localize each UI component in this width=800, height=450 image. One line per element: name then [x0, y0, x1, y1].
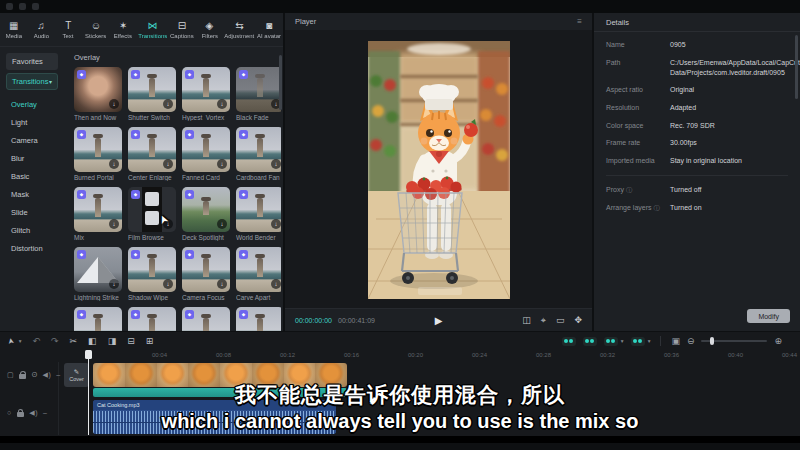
transition-card[interactable]: ◆↓Cardboard Fan	[236, 127, 281, 181]
download-icon[interactable]: ↓	[271, 219, 281, 229]
sidebar-item-mask[interactable]: Mask	[0, 185, 64, 203]
transition-card[interactable]: ◆↓Lightning Strike	[74, 247, 125, 301]
split-button[interactable]: ✂	[70, 336, 78, 346]
track-frame-icon[interactable]: ▢	[7, 371, 14, 379]
delete-button[interactable]: ⊟	[127, 336, 135, 346]
transition-card[interactable]: ◆↓Fanned Card	[182, 127, 233, 181]
mirror-preview-icon[interactable]: ◫	[522, 315, 531, 325]
redo-button[interactable]: ↷	[51, 336, 59, 346]
download-icon[interactable]: ↓	[271, 279, 281, 289]
info-icon[interactable]: ⓘ	[654, 205, 660, 211]
video-preview[interactable]	[285, 30, 592, 309]
tab-captions[interactable]: ⊟Captions	[168, 13, 195, 46]
download-icon[interactable]: ↓	[217, 279, 227, 289]
linking-toggle[interactable]	[604, 337, 618, 346]
linking-caret[interactable]: ▾	[621, 338, 624, 344]
aspect-ratio-icon[interactable]: ▭	[556, 315, 565, 325]
keyframe-toggle[interactable]	[631, 337, 645, 346]
transition-card[interactable]: ◆	[182, 307, 233, 331]
vip-badge-icon: ◆	[77, 70, 86, 79]
download-icon[interactable]: ↓	[163, 159, 173, 169]
sidebar-item-slide[interactable]: Slide	[0, 203, 64, 221]
sidebar-item-basic[interactable]: Basic	[0, 167, 64, 185]
undo-button[interactable]: ↶	[32, 336, 40, 346]
transition-card[interactable]: ◆↓Shutter Switch	[128, 67, 179, 121]
transition-card[interactable]: ◆↓Hypest_Vortex	[182, 67, 233, 121]
transition-card[interactable]: ◆↓World Bender	[236, 187, 281, 241]
transition-card[interactable]: ◆↓Burned Portal	[74, 127, 125, 181]
transition-card[interactable]: ◆↓Mix	[74, 187, 125, 241]
transition-card[interactable]: ◆↓Center Enlarge	[128, 127, 179, 181]
preview-frames-button[interactable]: ▣	[671, 336, 680, 346]
delete-right-button[interactable]: ◨	[108, 336, 117, 346]
info-icon[interactable]: ⓘ	[626, 187, 632, 193]
sidebar-item-glitch[interactable]: Glitch	[0, 221, 64, 239]
sidebar-item-blur[interactable]: Blur	[0, 149, 64, 167]
player-menu-icon[interactable]: ≡	[577, 17, 582, 26]
keyframe-caret[interactable]: ▾	[648, 338, 651, 344]
delete-left-button[interactable]: ◧	[88, 336, 97, 346]
transition-card[interactable]: ◆↓Deck Spotlight	[182, 187, 233, 241]
transition-card[interactable]: ◆	[74, 307, 125, 331]
transition-card[interactable]: ◆↓Shadow Wipe	[128, 247, 179, 301]
tab-text[interactable]: TText	[55, 13, 82, 46]
sidebar-item-distortion[interactable]: Distortion	[0, 239, 64, 257]
download-icon[interactable]: ↓	[217, 219, 227, 229]
magnetic-snap-toggle[interactable]	[562, 337, 576, 346]
zoom-slider-thumb[interactable]	[710, 337, 714, 345]
vip-badge-icon: ◆	[131, 310, 140, 319]
audio-icon: ♫	[37, 20, 45, 31]
transition-card[interactable]: ◆↓Camera Focus	[182, 247, 233, 301]
tab-transitions[interactable]: ⋈Transitions	[137, 13, 169, 46]
download-icon[interactable]: ↓	[217, 159, 227, 169]
speaker-icon[interactable]: ◀	[43, 371, 51, 379]
focus-frame-icon[interactable]: ⌖	[541, 315, 546, 326]
download-icon[interactable]: ↓	[271, 159, 281, 169]
download-icon[interactable]: ↓	[109, 219, 119, 229]
transition-card[interactable]: ◆↓Black Fade	[236, 67, 281, 121]
download-icon[interactable]: ↓	[217, 99, 227, 109]
tab-ai-avatar[interactable]: ◙AI avatar	[256, 13, 283, 46]
download-icon[interactable]: ↓	[163, 99, 173, 109]
transition-name: Center Enlarge	[128, 174, 178, 181]
download-icon[interactable]: ↓	[109, 99, 119, 109]
details-scrollbar[interactable]	[795, 35, 798, 99]
timeline-ruler[interactable]: 00:04 00:08 00:12 00:16 00:20 00:24 00:2…	[58, 350, 800, 362]
zoom-out-button[interactable]: ⊖	[687, 336, 695, 346]
tab-filters[interactable]: ◈Filters	[196, 13, 223, 46]
mirror-button[interactable]: ⊞	[146, 336, 154, 346]
transition-card[interactable]: ◆↓Carve Apart	[236, 247, 281, 301]
select-tool-button[interactable]: ➤	[6, 337, 17, 345]
timeline-zoom-slider[interactable]	[701, 340, 767, 342]
transition-card-hovered[interactable]: ◆↓➤Film Browse	[128, 187, 179, 241]
download-icon[interactable]: ↓	[163, 279, 173, 289]
tab-stickers[interactable]: ☺Stickers	[82, 13, 109, 46]
tab-effects[interactable]: ✶Effects	[109, 13, 136, 46]
transition-card[interactable]: ◆	[128, 307, 179, 331]
video-watermark	[418, 287, 462, 295]
sidebar-item-favorites[interactable]: Favorites	[6, 53, 58, 70]
sidebar-category-transitions[interactable]: Transitions▾	[6, 73, 58, 90]
grid-scrollbar[interactable]	[279, 55, 282, 110]
transition-card[interactable]: ◆↓Then and Now	[74, 67, 125, 121]
zoom-in-button[interactable]: ⊕	[774, 336, 782, 346]
download-icon[interactable]: ↓	[109, 279, 119, 289]
play-button[interactable]: ▶	[435, 315, 443, 326]
tab-audio[interactable]: ♫Audio	[27, 13, 54, 46]
download-icon[interactable]: ↓	[109, 159, 119, 169]
modify-button[interactable]: Modify	[747, 309, 790, 323]
vip-badge-icon: ◆	[239, 250, 248, 259]
playhead-handle[interactable]	[85, 350, 92, 359]
eye-icon[interactable]: ʘ	[32, 371, 37, 378]
lock-icon[interactable]	[19, 374, 26, 379]
transition-card[interactable]: ◆	[236, 307, 281, 331]
tab-media[interactable]: ▦Media	[0, 13, 27, 46]
collapse-icon[interactable]: –	[56, 371, 60, 378]
sidebar-item-camera[interactable]: Camera	[0, 131, 64, 149]
tab-adjustment[interactable]: ⇆Adjustment	[223, 13, 256, 46]
auto-ripple-toggle[interactable]	[583, 337, 597, 346]
sidebar-item-overlay[interactable]: Overlay	[0, 95, 64, 113]
fullscreen-icon[interactable]: ✥	[574, 315, 582, 325]
sidebar-item-light[interactable]: Light	[0, 113, 64, 131]
select-tool-caret[interactable]: ▾	[19, 336, 22, 346]
